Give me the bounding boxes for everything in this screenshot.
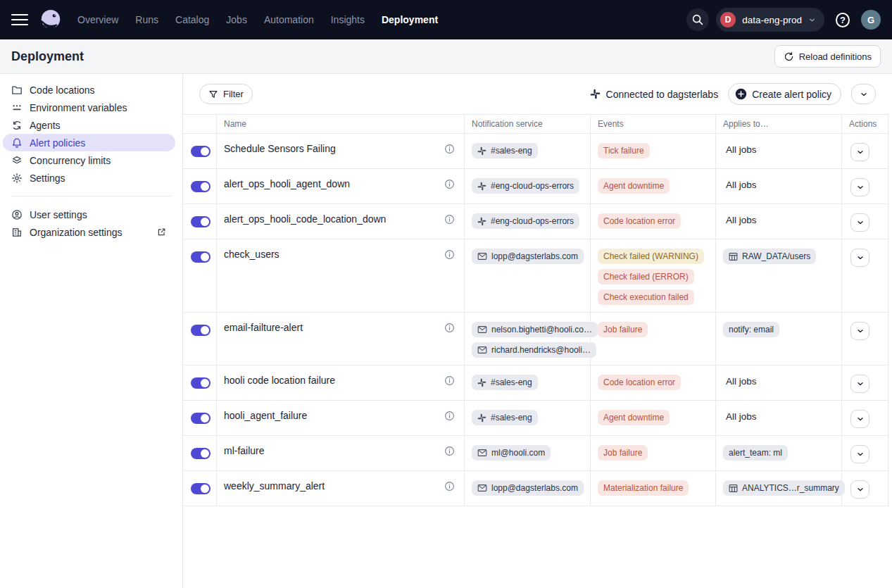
env-vars-icon	[11, 102, 23, 113]
nav-item-overview[interactable]: Overview	[77, 14, 118, 25]
alert-policies-table: Name Notification service Events Applies…	[183, 114, 888, 506]
user-avatar[interactable]: G	[861, 10, 881, 30]
filter-button[interactable]: Filter	[199, 84, 253, 104]
notification-stack: #sales-eng	[472, 143, 583, 158]
row-actions-button[interactable]	[850, 480, 869, 499]
reload-definitions-button[interactable]: Reload definitions	[774, 45, 881, 68]
row-actions-button[interactable]	[850, 445, 869, 463]
navbar-right: D data-eng-prod ? G	[686, 8, 881, 32]
bell-icon	[11, 137, 23, 149]
menu-button[interactable]	[11, 14, 28, 26]
policy-name: email-failture-alert	[224, 322, 303, 333]
applies-to-label: ANALYTICS…r_summary	[742, 483, 839, 493]
info-icon[interactable]	[444, 375, 455, 386]
notification-label: #sales-eng	[491, 377, 532, 387]
sidebar-item-user-settings[interactable]: User settings	[3, 206, 175, 223]
info-icon[interactable]	[444, 411, 455, 421]
row-actions-button[interactable]	[850, 322, 869, 340]
sidebar-item-agents[interactable]: Agents	[3, 116, 175, 134]
notification-pill: #sales-eng	[472, 143, 538, 158]
applies-to-asset-pill: ANALYTICS…r_summary	[723, 480, 845, 496]
info-icon[interactable]	[444, 323, 455, 333]
events-cell: Agent downtime	[591, 401, 716, 435]
actions-cell	[842, 365, 888, 400]
row-actions-button[interactable]	[850, 213, 869, 232]
event-pill: Code location error	[598, 213, 681, 229]
applies-to-cell: ANALYTICS…r_summary	[716, 471, 842, 506]
info-icon[interactable]	[444, 179, 455, 189]
actions-cell	[842, 169, 888, 204]
info-icon[interactable]	[444, 144, 455, 154]
create-policy-menu-button[interactable]	[851, 84, 876, 104]
policy-enabled-toggle[interactable]	[191, 181, 211, 192]
sidebar-item-settings[interactable]: Settings	[3, 169, 175, 187]
info-icon[interactable]	[444, 481, 455, 492]
policy-enabled-toggle[interactable]	[191, 448, 211, 459]
sidebar-item-concurrency-limits[interactable]: Concurrency limits	[3, 151, 175, 169]
sidebar-item-code-locations[interactable]: Code locations	[3, 81, 175, 99]
row-actions-button[interactable]	[850, 375, 869, 393]
gear-icon	[11, 173, 23, 184]
sidebar-item-alert-policies[interactable]: Alert policies	[3, 134, 175, 151]
sidebar-item-organization-settings[interactable]: Organization settings	[3, 223, 175, 241]
row-actions-button[interactable]	[850, 143, 869, 161]
policy-enabled-toggle[interactable]	[191, 325, 211, 336]
name-cell: hooli_agent_failure	[217, 401, 465, 435]
nav-item-catalog[interactable]: Catalog	[175, 14, 209, 25]
row-actions-button[interactable]	[850, 410, 869, 428]
sidebar-item-label: Agents	[30, 120, 61, 131]
help-button[interactable]: ?	[831, 8, 854, 31]
filter-label: Filter	[223, 89, 244, 99]
notification-pill: #eng-cloud-ops-errors	[472, 213, 579, 229]
notification-label: #eng-cloud-ops-errors	[491, 181, 574, 191]
event-pill: Agent downtime	[598, 178, 670, 194]
nav-item-deployment[interactable]: Deployment	[382, 14, 438, 25]
column-header-actions: Actions	[842, 115, 888, 133]
notification-label: #sales-eng	[491, 413, 532, 423]
name-cell: hooli code location failure	[217, 365, 465, 400]
search-button[interactable]	[686, 8, 709, 31]
row-actions-button[interactable]	[850, 249, 869, 267]
name-cell: ml-failure	[217, 436, 465, 470]
name-cell: check_users	[217, 239, 465, 312]
policy-enabled-toggle[interactable]	[191, 146, 211, 157]
events-cell: Code location error	[591, 365, 716, 400]
create-alert-policy-button[interactable]: Create alert policy	[728, 83, 841, 105]
table-row: Schedule Sensors Failing#sales-engTick f…	[183, 134, 888, 169]
page-title: Deployment	[11, 49, 84, 64]
policy-enabled-toggle[interactable]	[191, 413, 211, 424]
nav-item-insights[interactable]: Insights	[331, 14, 365, 25]
dagster-logo-icon[interactable]	[38, 7, 63, 32]
policy-enabled-toggle[interactable]	[191, 483, 211, 494]
deployment-switcher[interactable]: D data-eng-prod	[716, 8, 824, 32]
slack-icon	[477, 182, 486, 191]
table-row: hooli code location failure#sales-engCod…	[183, 365, 888, 401]
nav-item-jobs[interactable]: Jobs	[226, 14, 247, 25]
help-icon: ?	[836, 13, 850, 27]
mail-icon	[477, 325, 487, 334]
nav-item-automation[interactable]: Automation	[264, 14, 314, 25]
sidebar-item-environment-variables[interactable]: Environment variables	[3, 99, 175, 116]
actions-cell	[842, 134, 888, 168]
chevron-down-icon	[856, 450, 865, 458]
sidebar-item-label: User settings	[30, 209, 87, 220]
plus-circle-icon	[735, 88, 747, 100]
main-panel: Filter Connected to dagsterlabs	[183, 74, 892, 588]
toggle-knob	[201, 326, 209, 334]
event-pill: Check execution failed	[598, 289, 694, 305]
policy-enabled-toggle[interactable]	[191, 216, 211, 227]
info-icon[interactable]	[444, 249, 455, 260]
info-icon[interactable]	[444, 446, 455, 456]
info-icon[interactable]	[444, 214, 455, 225]
sidebar-item-label: Concurrency limits	[30, 155, 111, 166]
policy-enabled-toggle[interactable]	[191, 377, 211, 389]
row-actions-button[interactable]	[850, 178, 869, 196]
toggle-cell	[183, 313, 217, 365]
notification-label: lopp@dagsterlabs.com	[491, 483, 578, 493]
table-row: email-failture-alertnelson.bighetti@hool…	[183, 313, 888, 365]
top-navbar: OverviewRunsCatalogJobsAutomationInsight…	[0, 0, 892, 39]
nav-item-runs[interactable]: Runs	[135, 14, 158, 25]
column-header-events: Events	[591, 115, 716, 133]
policy-enabled-toggle[interactable]	[191, 251, 211, 263]
toggle-cell	[183, 365, 217, 400]
